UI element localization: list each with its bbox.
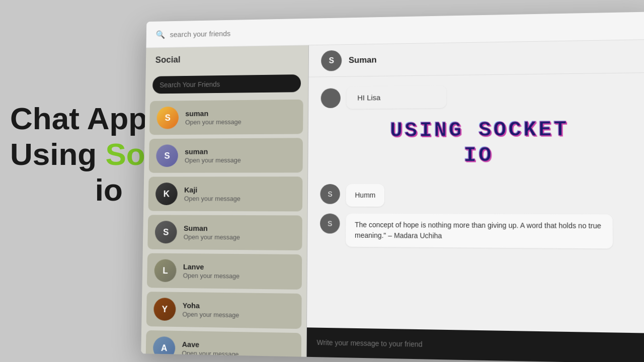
avatar: Y [153,298,176,321]
friend-search-input[interactable] [152,74,301,94]
center-title-line1: USING SOCKET [320,117,642,144]
friend-message: Open your message [182,349,294,357]
chat-header-avatar: S [321,50,342,71]
friend-message: Open your message [184,233,295,241]
list-item[interactable]: S suman Open your message [149,138,303,172]
list-item[interactable]: Y Yoha Open your message [146,292,302,329]
message-bubble: HI Lisa [321,83,642,110]
friend-info: suman Open your message [185,109,296,126]
friend-info: Lanve Open your message [183,262,295,281]
avatar [321,88,341,108]
avatar: S [320,213,340,233]
chat-area: S Suman HI Lisa USING SOCKET IO [307,40,644,362]
friend-message: Open your message [185,156,295,164]
main-content: Social S suman Open your message S [141,40,644,362]
friend-message: Open your message [184,195,295,203]
message-content: HI Lisa [347,85,447,109]
avatar: S [156,107,179,129]
friend-name: Kaji [184,186,295,194]
message-bubble: S Humm [320,184,643,207]
chat-header-name: Suman [349,55,377,65]
friends-list: S suman Open your message S suman Open y… [141,97,308,357]
friend-name: Aave [182,340,294,350]
avatar: L [154,259,176,282]
friend-name: Suman [184,224,295,233]
center-title-line2: IO [320,142,643,169]
app-container: 🔍 Social S suman Open your message [141,12,644,362]
avatar: S [320,184,340,204]
friend-message: Open your message [182,311,294,320]
bg-title-line2-white: Using [10,137,105,171]
avatar: K [155,183,178,205]
app-wrapper: 🔍 Social S suman Open your message [141,12,644,362]
list-item[interactable]: A Aave Open your message [145,330,301,357]
friend-info: Suman Open your message [184,224,295,241]
chat-input-bar [307,327,644,362]
friend-info: Kaji Open your message [184,186,295,203]
sidebar: Social S suman Open your message S [141,45,309,357]
list-item[interactable]: S suman Open your message [149,100,303,135]
friend-message: Open your message [185,118,296,126]
friend-info: Yoha Open your message [182,301,294,320]
friend-name: Lanve [183,262,295,272]
friend-name: suman [185,109,296,118]
list-item[interactable]: K Kaji Open your message [148,176,302,211]
avatar: S [156,144,178,167]
center-title: USING SOCKET IO [320,117,643,169]
chat-header: S Suman [309,40,644,77]
list-item[interactable]: S Suman Open your message [147,215,302,250]
friend-name: suman [185,147,295,156]
friend-message: Open your message [183,272,295,281]
sidebar-search [152,74,301,94]
chat-input[interactable] [317,338,644,352]
message-bubble: S The concept of hope is nothing more th… [320,213,644,248]
friend-info: suman Open your message [185,147,295,164]
message-content: The concept of hope is nothing more than… [346,214,613,249]
friend-info: Aave Open your message [182,340,294,357]
chat-messages: HI Lisa USING SOCKET IO S Humm S [307,73,644,333]
avatar: S [155,221,177,243]
message-content: Humm [346,184,385,207]
list-item[interactable]: L Lanve Open your message [147,253,302,290]
avatar: A [153,336,176,357]
sidebar-header: Social [146,45,308,72]
friend-name: Yoha [183,301,294,311]
search-icon: 🔍 [155,30,165,39]
top-search-input[interactable] [170,21,644,38]
